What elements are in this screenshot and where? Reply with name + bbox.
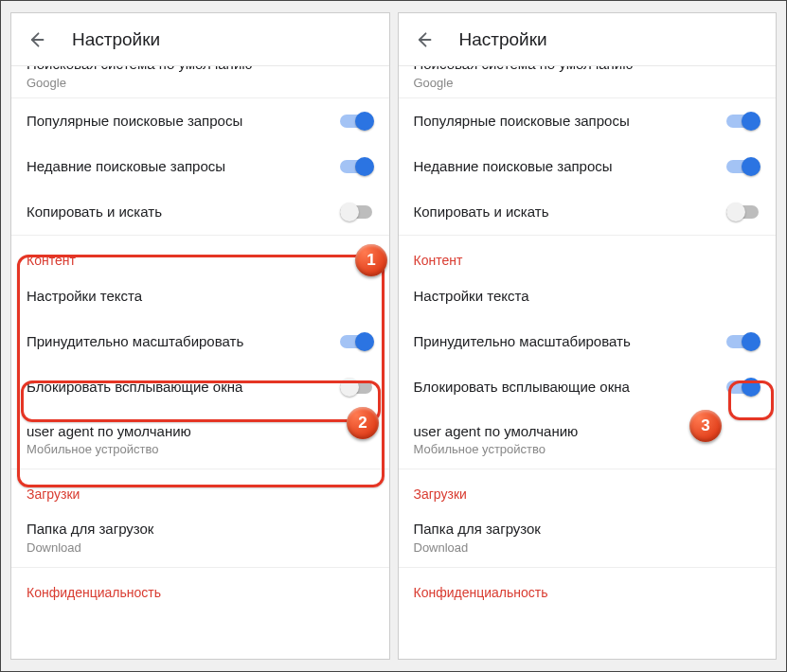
row-title: Копировать и искать <box>27 203 329 221</box>
row-title: Популярные поисковые запросы <box>27 112 329 131</box>
row-popular-queries[interactable]: Популярные поисковые запросы <box>399 98 777 144</box>
row-title: Блокировать всплывающие окна <box>27 378 329 397</box>
page-title: Настройки <box>459 29 547 50</box>
section-downloads: Загрузки <box>11 469 389 507</box>
row-force-zoom[interactable]: Принудительно масштабировать <box>399 319 777 364</box>
row-title: Поисовая система по умолчанию <box>414 66 761 74</box>
row-default-search[interactable]: Поисовая система по умолчанию Google <box>399 66 777 97</box>
toggle-popular-queries[interactable] <box>340 112 374 131</box>
toggle-block-popups[interactable] <box>726 378 760 397</box>
toggle-force-zoom[interactable] <box>726 332 760 351</box>
row-title: Блокировать всплывающие окна <box>414 378 716 397</box>
row-title: Принудительно масштабировать <box>27 332 329 351</box>
row-title: Настройки текста <box>414 287 761 306</box>
row-text-settings[interactable]: Настройки текста <box>11 274 389 319</box>
page-title: Настройки <box>72 29 160 50</box>
toggle-copy-search[interactable] <box>726 203 760 221</box>
row-text-settings[interactable]: Настройки текста <box>399 274 777 319</box>
row-recent-queries[interactable]: Недавние поисковые запросы <box>399 144 777 189</box>
row-title: user agent по умолчанию <box>27 422 374 441</box>
phone-right: Настройки Поисовая система по умолчанию … <box>398 12 778 660</box>
row-download-folder[interactable]: Папка для загрузок Download <box>11 507 389 567</box>
row-download-folder[interactable]: Папка для загрузок Download <box>399 507 777 567</box>
row-user-agent[interactable]: user agent по умолчанию Мобильное устрой… <box>11 410 389 469</box>
settings-list: Поисковая система по умолчанию Google По… <box>11 66 389 659</box>
back-arrow-icon[interactable] <box>414 30 433 49</box>
app-header: Настройки <box>11 13 389 66</box>
section-downloads: Загрузки <box>399 469 777 507</box>
row-copy-search[interactable]: Копировать и искать <box>11 189 389 235</box>
section-content: Контент <box>399 236 777 274</box>
toggle-recent-queries[interactable] <box>340 157 374 176</box>
row-recent-queries[interactable]: Недавние поисковые запросы <box>11 144 389 189</box>
app-header: Настройки <box>399 13 777 66</box>
row-title: Поисковая система по умолчанию <box>27 66 374 74</box>
section-privacy: Конфиденциальность <box>11 568 389 606</box>
section-privacy: Конфиденциальность <box>399 568 777 606</box>
row-subtitle: Мобильное устройство <box>414 442 761 456</box>
row-subtitle: Download <box>27 540 374 555</box>
row-force-zoom[interactable]: Принудительно масштабировать <box>11 319 389 364</box>
toggle-recent-queries[interactable] <box>726 157 760 176</box>
row-title: Папка для загрузок <box>27 520 374 539</box>
row-block-popups[interactable]: Блокировать всплывающие окна <box>399 364 777 410</box>
phone-left: Настройки Поисковая система по умолчанию… <box>10 12 390 660</box>
settings-list: Поисовая система по умолчанию Google Поп… <box>399 66 777 659</box>
row-title: Популярные поисковые запросы <box>414 112 716 131</box>
row-copy-search[interactable]: Копировать и искать <box>399 189 777 235</box>
row-title: Недавние поисковые запросы <box>27 157 329 176</box>
row-default-search[interactable]: Поисковая система по умолчанию Google <box>11 66 389 97</box>
toggle-popular-queries[interactable] <box>726 112 760 131</box>
row-subtitle: Google <box>414 76 761 90</box>
row-popular-queries[interactable]: Популярные поисковые запросы <box>11 98 389 144</box>
back-arrow-icon[interactable] <box>27 30 45 49</box>
row-title: Копировать и искать <box>414 203 716 221</box>
row-title: Недавние поисковые запросы <box>414 157 716 176</box>
row-title: Настройки текста <box>27 287 374 306</box>
toggle-copy-search[interactable] <box>340 203 374 221</box>
row-title: Принудительно масштабировать <box>414 332 716 351</box>
toggle-force-zoom[interactable] <box>340 332 374 351</box>
row-subtitle: Мобильное устройство <box>27 442 374 456</box>
row-block-popups[interactable]: Блокировать всплывающие окна <box>11 364 389 410</box>
row-title: Папка для загрузок <box>414 520 761 539</box>
row-user-agent[interactable]: user agent по умолчанию Мобильное устрой… <box>399 410 777 469</box>
row-title: user agent по умолчанию <box>414 422 761 441</box>
row-subtitle: Download <box>414 540 761 555</box>
row-subtitle: Google <box>27 76 374 90</box>
toggle-block-popups[interactable] <box>340 378 374 397</box>
section-content: Контент <box>11 236 389 274</box>
